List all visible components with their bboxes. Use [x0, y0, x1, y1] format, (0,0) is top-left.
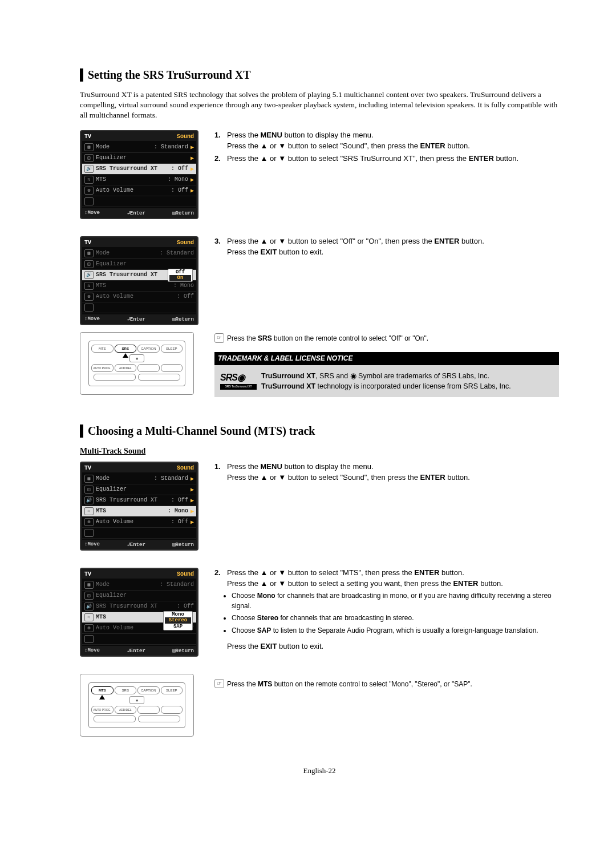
channel-icon: ⇆ — [84, 176, 94, 184]
text: Press the ▲ or ▼ button to select "MTS",… — [227, 568, 414, 577]
tv-subtitle: Sound — [177, 134, 194, 140]
bullet-stereo: Choose Stereo for channels that are broa… — [232, 613, 559, 623]
text: Choose — [232, 626, 257, 634]
popup-sap: SAP — [165, 624, 191, 630]
exit-bold: EXIT — [261, 642, 277, 650]
srs-logo-sub: SRS TruSurround XT — [220, 384, 257, 389]
trademark-bold: TruSurround XT — [261, 382, 315, 390]
chevron-right-icon: ▶ — [191, 497, 194, 504]
text: Press the — [227, 248, 261, 256]
remote-adddel-button: ADD/DEL — [115, 706, 137, 714]
sap-bold: SAP — [257, 626, 271, 634]
sound-icon: ◫ — [84, 592, 94, 600]
remote-eye-button: ◉ — [129, 354, 144, 362]
text: button. — [459, 237, 484, 245]
tv-title: TV — [84, 465, 91, 471]
tv-menu-srs-select: TV Sound ▦Mode: Standard▶ ◫Equalizer▶ 🔊S… — [80, 130, 198, 219]
chevron-right-icon: ▶ — [191, 486, 194, 493]
srs-logo-text: SRS◉ — [220, 371, 257, 384]
tv-title: TV — [84, 571, 91, 577]
section-title-mts: Choosing a Multi-Channel Sound (MTS) tra… — [80, 424, 559, 438]
remote-row — [138, 715, 180, 722]
tv-srs-label: SRS Trusurround XT — [96, 497, 171, 503]
speaker-icon: 🔊 — [84, 165, 94, 173]
mts-bold: MTS — [258, 680, 272, 688]
mts-popup: Mono Stereo SAP — [163, 611, 193, 630]
remote-blank-button — [137, 706, 160, 714]
remote-blank-button — [161, 706, 183, 714]
channel-icon: ⇆ — [84, 613, 94, 621]
blank-icon — [84, 635, 94, 643]
text: for channels that are broadcasting in st… — [278, 614, 414, 622]
text: button. — [479, 579, 503, 588]
tv-equalizer: Equalizer — [96, 155, 188, 161]
step-3: 3. Press the ▲ or ▼ button to select "Of… — [214, 236, 559, 258]
remote-row — [94, 715, 136, 722]
picture-icon: ▦ — [84, 143, 94, 151]
remote-sleep-button: SLEEP — [161, 686, 183, 694]
subhead-multitrack: Multi-Track Sound — [80, 447, 559, 456]
remote-diagram-srs: MTS SRS CAPTION SLEEP ◉ AUTO PROG. ADD/D… — [80, 332, 194, 395]
text: Press the ▲ or ▼ button to select a sett… — [227, 579, 453, 588]
remote-caption-button: CAPTION — [137, 345, 160, 353]
text: button to exit. — [277, 248, 323, 256]
text: Choose — [232, 592, 257, 600]
enter-bold: ENTER — [420, 473, 445, 482]
text: button. — [445, 473, 470, 482]
step-2-mts: 2. Press the ▲ or ▼ button to select "MT… — [214, 568, 559, 589]
setup-icon: ⚙ — [84, 624, 94, 632]
tv-srs-value: : Off — [171, 497, 188, 503]
tv-footer-move: Move — [84, 648, 100, 654]
chevron-right-icon: ▶ — [191, 187, 194, 194]
bullet-mono: Choose Mono for channels that are broadc… — [232, 591, 559, 611]
tv-footer-move: Move — [84, 316, 100, 322]
menu-bold: MENU — [261, 462, 282, 471]
remote-adddel-button: ADD/DEL — [115, 364, 137, 372]
enter-bold: ENTER — [434, 237, 459, 245]
text: Press the ▲ or ▼ button to select "Sound… — [227, 473, 420, 482]
remote-caption-button: CAPTION — [137, 686, 160, 694]
enter-bold: ENTER — [420, 141, 445, 150]
section-title-srs: Setting the SRS TruSurround XT — [80, 68, 559, 82]
note-srs-remote: Press the SRS button on the remote contr… — [214, 334, 559, 343]
enter-bold: ENTER — [453, 579, 478, 588]
tv-footer-move: Move — [84, 541, 100, 548]
tv-mts-label: MTS — [96, 176, 168, 183]
text: button to display the menu. — [282, 131, 374, 139]
note-mts-remote: Press the MTS button on the remote contr… — [214, 680, 559, 689]
tv-auto-label: Auto Volume — [96, 519, 171, 525]
tv-mts-value: : Mono — [173, 282, 194, 289]
tv-mode-label: Mode — [96, 475, 154, 482]
tv-footer-enter: Enter — [127, 316, 145, 322]
tv-mode-value: : Standard — [160, 250, 194, 256]
setup-icon: ⚙ — [84, 293, 94, 301]
mono-bold: Mono — [257, 592, 275, 600]
speaker-icon: 🔊 — [84, 603, 94, 610]
tv-auto-label: Auto Volume — [96, 187, 171, 193]
trademark-text: technology is incorporated under license… — [315, 382, 511, 390]
text: button to display the menu. — [282, 462, 374, 471]
enter-bold: ENTER — [469, 154, 494, 163]
stereo-bold: Stereo — [257, 614, 278, 622]
tv-footer-return: Return — [172, 210, 194, 216]
chevron-right-icon: ▶ — [191, 155, 194, 161]
text: Press the — [227, 642, 261, 650]
tv-footer-enter: Enter — [127, 648, 145, 654]
tv-menu-mts-select: TV Sound ▦Mode: Standard▶ ◫Equalizer▶ 🔊S… — [80, 462, 198, 551]
tv-footer-return: Return — [172, 648, 194, 654]
tv-mode-value: : Standard — [160, 581, 194, 588]
trademark-header: TRADEMARK & LABEL LICENSE NOTICE — [214, 352, 559, 365]
picture-icon: ▦ — [84, 249, 94, 257]
step-1: 1. Press the MENU button to display the … — [214, 130, 559, 152]
remote-row — [138, 374, 180, 381]
tv-srs-value: : Off — [171, 165, 188, 172]
blank-icon — [84, 304, 94, 312]
text: button to exit. — [277, 642, 323, 650]
remote-row — [94, 374, 136, 381]
text: button. — [494, 154, 518, 163]
tv-mts-value: : Mono — [168, 508, 188, 514]
tv-auto-value: : Off — [171, 519, 188, 525]
blank-icon — [84, 529, 94, 537]
step-1-mts: 1. Press the MENU button to display the … — [214, 462, 559, 483]
tv-footer-return: Return — [172, 316, 194, 322]
